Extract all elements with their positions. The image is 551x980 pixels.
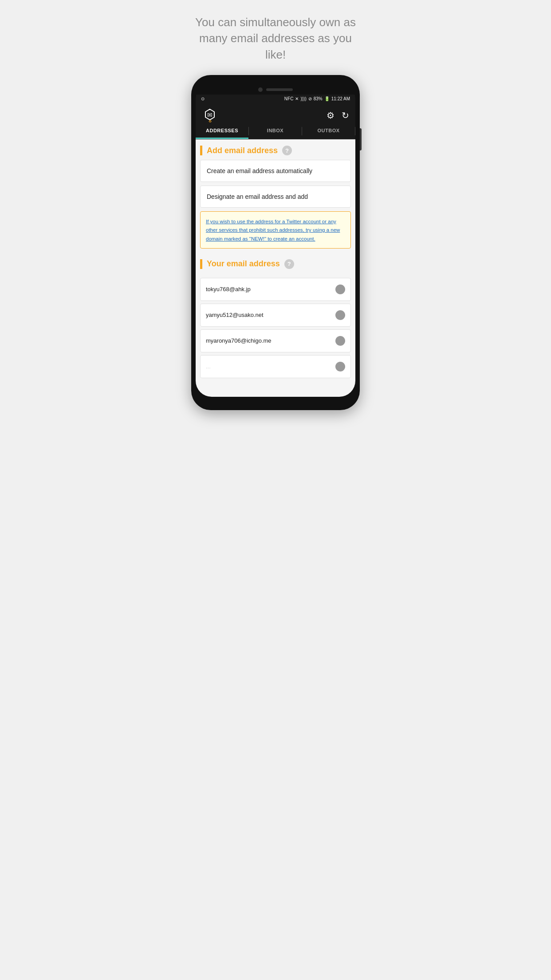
settings-icon[interactable]: ⚙	[327, 110, 335, 121]
email-address-1: tokyu768@ahk.jp	[206, 286, 251, 292]
email-address-2: yamyu512@usako.net	[206, 312, 264, 318]
your-email-section: Your email address ?	[196, 253, 355, 278]
tagline: You can simultaneously own as many email…	[184, 0, 367, 75]
phone-inner: ⊙ NFC ✕ )))) ⊘ 83% 🔋 11:22 AM ✉	[196, 83, 355, 397]
create-auto-button[interactable]: Create an email address automatically	[200, 160, 351, 182]
app-header: ✉ ♻ ⚙ ↻	[196, 103, 355, 123]
email-dot-3	[335, 336, 345, 346]
mute-icon: ✕	[295, 96, 299, 101]
battery-percent: 83%	[314, 96, 323, 101]
tab-addresses[interactable]: ADDRESSES	[196, 123, 248, 139]
email-dot-2	[335, 310, 345, 320]
svg-text:♻: ♻	[209, 119, 212, 123]
email-address-4: ...	[206, 363, 211, 370]
tab-inbox[interactable]: INBOX	[249, 123, 302, 139]
add-section-title: Add email address	[207, 146, 278, 155]
screen-content: Add email address ? Create an email addr…	[196, 139, 355, 397]
add-section-header: Add email address ?	[200, 146, 351, 155]
refresh-icon[interactable]: ↻	[342, 110, 349, 121]
your-section-title: Your email address	[207, 259, 280, 269]
email-list: tokyu768@ahk.jp yamyu512@usako.net myaro…	[196, 278, 355, 385]
warning-box: If you wish to use the address for a Twi…	[200, 211, 351, 249]
front-camera	[258, 87, 263, 92]
email-address-3: myaronya706@ichigo.me	[206, 337, 272, 344]
clock: 11:22 AM	[331, 96, 350, 101]
svg-text:✉: ✉	[207, 111, 213, 119]
app-logo: ✉ ♻	[202, 107, 218, 123]
status-left: ⊙	[201, 96, 205, 101]
email-item-1[interactable]: tokyu768@ahk.jp	[200, 278, 351, 301]
email-dot-4	[335, 362, 345, 371]
status-right: NFC ✕ )))) ⊘ 83% 🔋 11:22 AM	[284, 96, 350, 101]
speaker-grille	[266, 88, 293, 91]
side-button	[360, 128, 362, 150]
app-logo-icon: ✉ ♻	[202, 107, 218, 123]
email-dot-1	[335, 285, 345, 294]
add-help-icon[interactable]: ?	[282, 146, 292, 155]
tabs: ADDRESSES INBOX OUTBOX	[196, 123, 355, 139]
designate-add-button[interactable]: Designate an email address and add	[200, 186, 351, 208]
email-item-2[interactable]: yamyu512@usako.net	[200, 304, 351, 327]
your-help-icon[interactable]: ?	[284, 259, 294, 269]
warning-text: If you wish to use the address for a Twi…	[206, 219, 340, 241]
header-icons: ⚙ ↻	[327, 110, 349, 121]
battery-icon: 🔋	[324, 96, 330, 101]
tab-divider-3	[355, 127, 355, 135]
add-email-section: Add email address ? Create an email addr…	[196, 139, 355, 253]
phone-frame: ⊙ NFC ✕ )))) ⊘ 83% 🔋 11:22 AM ✉	[191, 75, 360, 410]
page-wrapper: You can simultaneously own as many email…	[184, 0, 367, 428]
alarm-icon: ⊘	[308, 96, 312, 101]
status-bar: ⊙ NFC ✕ )))) ⊘ 83% 🔋 11:22 AM	[196, 95, 355, 103]
your-section-header: Your email address ?	[200, 259, 351, 269]
email-item-4[interactable]: ...	[200, 355, 351, 378]
wifi-icon: ))))	[300, 96, 306, 101]
nfc-label: NFC	[284, 96, 294, 101]
power-icon: ⊙	[201, 96, 205, 101]
phone-top	[196, 83, 355, 95]
tab-outbox[interactable]: OUTBOX	[302, 123, 355, 139]
email-item-3[interactable]: myaronya706@ichigo.me	[200, 329, 351, 352]
